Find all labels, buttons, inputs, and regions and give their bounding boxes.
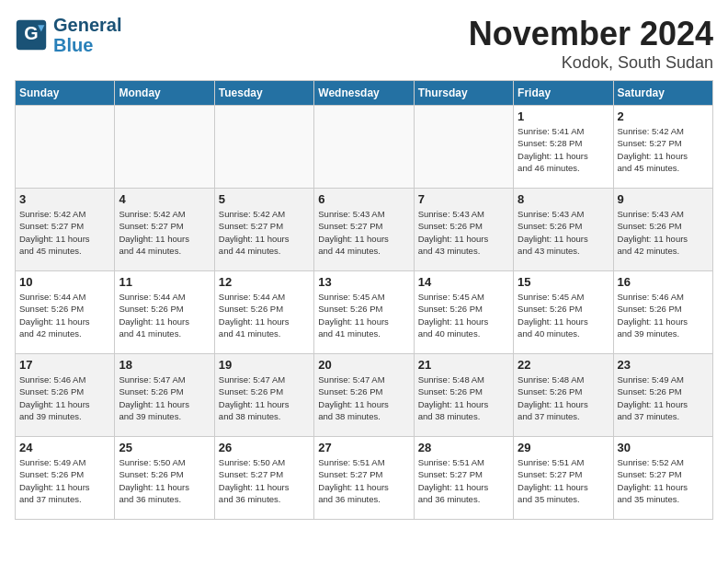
day-number: 1 (518, 109, 609, 123)
calendar-cell: 3Sunrise: 5:42 AM Sunset: 5:27 PM Daylig… (16, 189, 115, 271)
day-number: 13 (318, 275, 409, 289)
day-number: 16 (618, 275, 709, 289)
calendar-cell: 16Sunrise: 5:46 AM Sunset: 5:26 PM Dayli… (613, 271, 712, 354)
day-info: Sunrise: 5:49 AM Sunset: 5:26 PM Dayligh… (618, 373, 709, 422)
calendar-cell (314, 106, 414, 189)
calendar-cell: 17Sunrise: 5:46 AM Sunset: 5:26 PM Dayli… (16, 354, 115, 437)
weekday-header-monday: Monday (115, 81, 214, 106)
weekday-header-sunday: Sunday (16, 81, 115, 106)
day-info: Sunrise: 5:42 AM Sunset: 5:27 PM Dayligh… (618, 125, 709, 174)
day-info: Sunrise: 5:52 AM Sunset: 5:27 PM Dayligh… (618, 456, 709, 505)
calendar-cell: 5Sunrise: 5:42 AM Sunset: 5:27 PM Daylig… (214, 189, 313, 271)
calendar-cell (214, 106, 313, 189)
calendar-cell: 11Sunrise: 5:44 AM Sunset: 5:26 PM Dayli… (115, 271, 214, 354)
calendar-cell: 14Sunrise: 5:45 AM Sunset: 5:26 PM Dayli… (414, 271, 513, 354)
calendar-cell: 23Sunrise: 5:49 AM Sunset: 5:26 PM Dayli… (613, 354, 712, 437)
title-area: November 2024 Kodok, South Sudan (469, 15, 713, 73)
month-title: November 2024 (469, 15, 713, 53)
page-header: G General Blue November 2024 Kodok, Sout… (15, 15, 713, 73)
calendar-cell: 15Sunrise: 5:45 AM Sunset: 5:26 PM Dayli… (514, 271, 613, 354)
day-number: 28 (418, 441, 509, 454)
day-number: 30 (618, 441, 709, 454)
calendar-cell: 18Sunrise: 5:47 AM Sunset: 5:26 PM Dayli… (115, 354, 214, 437)
calendar-cell: 28Sunrise: 5:51 AM Sunset: 5:27 PM Dayli… (414, 437, 513, 520)
day-number: 19 (219, 358, 310, 372)
day-info: Sunrise: 5:48 AM Sunset: 5:26 PM Dayligh… (418, 373, 509, 422)
calendar-cell: 4Sunrise: 5:42 AM Sunset: 5:27 PM Daylig… (115, 189, 214, 271)
calendar-cell (115, 106, 214, 189)
day-info: Sunrise: 5:43 AM Sunset: 5:27 PM Dayligh… (318, 208, 409, 257)
day-info: Sunrise: 5:43 AM Sunset: 5:26 PM Dayligh… (518, 208, 609, 257)
day-number: 22 (518, 358, 609, 372)
calendar-cell: 21Sunrise: 5:48 AM Sunset: 5:26 PM Dayli… (414, 354, 513, 437)
location-title: Kodok, South Sudan (469, 53, 713, 73)
week-row-4: 17Sunrise: 5:46 AM Sunset: 5:26 PM Dayli… (16, 354, 713, 437)
day-info: Sunrise: 5:46 AM Sunset: 5:26 PM Dayligh… (19, 373, 110, 422)
day-info: Sunrise: 5:43 AM Sunset: 5:26 PM Dayligh… (418, 208, 509, 257)
calendar-cell: 1Sunrise: 5:41 AM Sunset: 5:28 PM Daylig… (514, 106, 613, 189)
day-number: 5 (219, 192, 310, 206)
day-info: Sunrise: 5:42 AM Sunset: 5:27 PM Dayligh… (119, 208, 210, 257)
calendar-cell: 26Sunrise: 5:50 AM Sunset: 5:27 PM Dayli… (214, 437, 313, 520)
day-number: 12 (219, 275, 310, 289)
calendar-cell: 27Sunrise: 5:51 AM Sunset: 5:27 PM Dayli… (314, 437, 414, 520)
day-info: Sunrise: 5:50 AM Sunset: 5:26 PM Dayligh… (119, 456, 210, 505)
day-number: 26 (219, 441, 310, 454)
weekday-header-wednesday: Wednesday (314, 81, 414, 106)
day-number: 4 (119, 192, 210, 206)
day-info: Sunrise: 5:42 AM Sunset: 5:27 PM Dayligh… (219, 208, 310, 257)
day-info: Sunrise: 5:43 AM Sunset: 5:26 PM Dayligh… (618, 208, 709, 257)
day-info: Sunrise: 5:42 AM Sunset: 5:27 PM Dayligh… (19, 208, 110, 257)
day-info: Sunrise: 5:46 AM Sunset: 5:26 PM Dayligh… (618, 291, 709, 339)
calendar-cell (16, 106, 115, 189)
day-info: Sunrise: 5:44 AM Sunset: 5:26 PM Dayligh… (19, 291, 110, 339)
day-number: 15 (518, 275, 609, 289)
day-info: Sunrise: 5:44 AM Sunset: 5:26 PM Dayligh… (219, 291, 310, 339)
calendar-cell: 29Sunrise: 5:51 AM Sunset: 5:27 PM Dayli… (514, 437, 613, 520)
day-number: 9 (618, 192, 709, 206)
day-info: Sunrise: 5:47 AM Sunset: 5:26 PM Dayligh… (219, 373, 310, 422)
calendar-cell: 22Sunrise: 5:48 AM Sunset: 5:26 PM Dayli… (514, 354, 613, 437)
day-number: 18 (119, 358, 210, 372)
weekday-header-saturday: Saturday (613, 81, 712, 106)
day-number: 7 (418, 192, 509, 206)
day-number: 10 (19, 275, 110, 289)
logo-text: General Blue (53, 15, 121, 55)
day-number: 25 (119, 441, 210, 454)
day-number: 20 (318, 358, 409, 372)
calendar-cell: 6Sunrise: 5:43 AM Sunset: 5:27 PM Daylig… (314, 189, 414, 271)
calendar-cell: 13Sunrise: 5:45 AM Sunset: 5:26 PM Dayli… (314, 271, 414, 354)
day-number: 23 (618, 358, 709, 372)
day-info: Sunrise: 5:50 AM Sunset: 5:27 PM Dayligh… (219, 456, 310, 505)
calendar-cell: 2Sunrise: 5:42 AM Sunset: 5:27 PM Daylig… (613, 106, 712, 189)
day-info: Sunrise: 5:45 AM Sunset: 5:26 PM Dayligh… (518, 291, 609, 339)
logo: G General Blue (15, 15, 121, 55)
weekday-header-row: SundayMondayTuesdayWednesdayThursdayFrid… (16, 81, 713, 106)
week-row-5: 24Sunrise: 5:49 AM Sunset: 5:26 PM Dayli… (16, 437, 713, 520)
week-row-1: 1Sunrise: 5:41 AM Sunset: 5:28 PM Daylig… (16, 106, 713, 189)
calendar-cell: 25Sunrise: 5:50 AM Sunset: 5:26 PM Dayli… (115, 437, 214, 520)
svg-text:G: G (24, 23, 38, 43)
weekday-header-tuesday: Tuesday (214, 81, 313, 106)
day-info: Sunrise: 5:44 AM Sunset: 5:26 PM Dayligh… (119, 291, 210, 339)
day-info: Sunrise: 5:45 AM Sunset: 5:26 PM Dayligh… (318, 291, 409, 339)
day-info: Sunrise: 5:45 AM Sunset: 5:26 PM Dayligh… (418, 291, 509, 339)
logo-icon: G (15, 18, 48, 52)
day-info: Sunrise: 5:41 AM Sunset: 5:28 PM Dayligh… (518, 125, 609, 174)
calendar-cell: 8Sunrise: 5:43 AM Sunset: 5:26 PM Daylig… (514, 189, 613, 271)
week-row-2: 3Sunrise: 5:42 AM Sunset: 5:27 PM Daylig… (16, 189, 713, 271)
day-info: Sunrise: 5:48 AM Sunset: 5:26 PM Dayligh… (518, 373, 609, 422)
calendar-cell: 24Sunrise: 5:49 AM Sunset: 5:26 PM Dayli… (16, 437, 115, 520)
calendar-cell: 19Sunrise: 5:47 AM Sunset: 5:26 PM Dayli… (214, 354, 313, 437)
calendar-cell: 20Sunrise: 5:47 AM Sunset: 5:26 PM Dayli… (314, 354, 414, 437)
calendar-cell: 12Sunrise: 5:44 AM Sunset: 5:26 PM Dayli… (214, 271, 313, 354)
weekday-header-thursday: Thursday (414, 81, 513, 106)
calendar-cell: 9Sunrise: 5:43 AM Sunset: 5:26 PM Daylig… (613, 189, 712, 271)
day-info: Sunrise: 5:51 AM Sunset: 5:27 PM Dayligh… (418, 456, 509, 505)
day-info: Sunrise: 5:47 AM Sunset: 5:26 PM Dayligh… (119, 373, 210, 422)
day-number: 29 (518, 441, 609, 454)
day-info: Sunrise: 5:51 AM Sunset: 5:27 PM Dayligh… (318, 456, 409, 505)
week-row-3: 10Sunrise: 5:44 AM Sunset: 5:26 PM Dayli… (16, 271, 713, 354)
day-number: 8 (518, 192, 609, 206)
day-number: 21 (418, 358, 509, 372)
